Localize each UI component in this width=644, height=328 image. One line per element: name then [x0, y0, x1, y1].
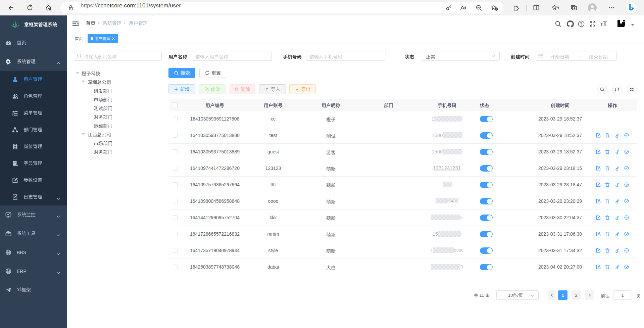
svg-text:T: T [603, 20, 607, 27]
svg-text:T: T [600, 22, 603, 27]
